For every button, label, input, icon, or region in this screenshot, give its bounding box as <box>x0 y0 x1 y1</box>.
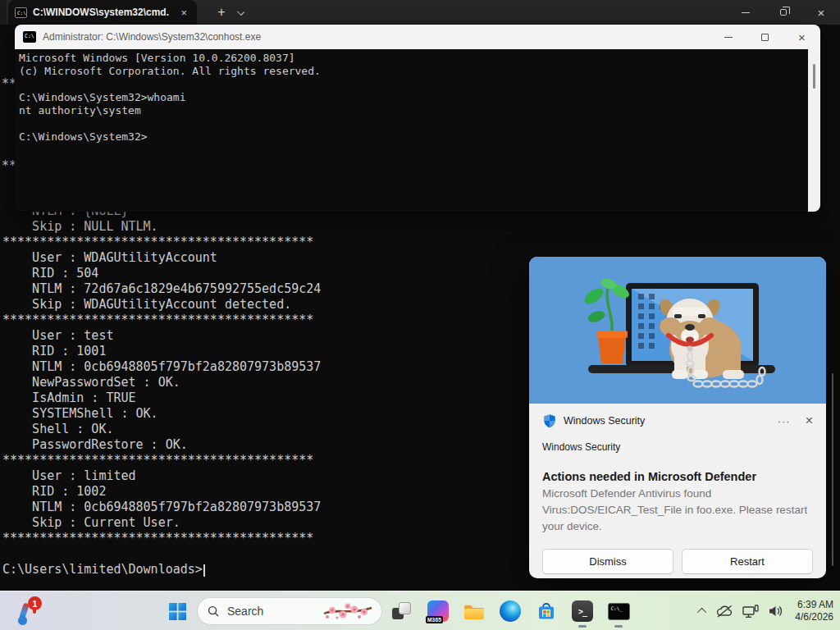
maximize-icon <box>761 34 769 41</box>
widgets-button[interactable]: 1 <box>13 595 49 628</box>
onedrive-status-button[interactable] <box>715 605 733 619</box>
notification-subtitle: Windows Security <box>542 441 813 453</box>
system-tray: 6:39 AM 4/6/2026 <box>700 593 833 629</box>
file-explorer-icon <box>463 602 485 620</box>
tray-overflow-button[interactable] <box>700 608 706 614</box>
microsoft-store-icon <box>536 601 556 621</box>
taskbar-app-edge[interactable] <box>494 593 527 629</box>
desktop: C:\ C:\WINDOWS\system32\cmd. × + × ** **… <box>0 0 840 630</box>
defender-illustration <box>529 257 826 404</box>
terminal-caret <box>203 564 205 577</box>
cmd-icon: C:\ <box>15 7 27 18</box>
restore-button[interactable] <box>765 0 802 25</box>
windows-security-shield-icon <box>542 413 557 428</box>
minimize-icon <box>724 37 733 38</box>
cherry-blossom-decoration <box>322 601 373 621</box>
m365-label: M365 <box>426 616 443 623</box>
close-icon: × <box>798 30 806 44</box>
cloud-slash-icon <box>715 605 733 619</box>
taskbar-center: Search <box>161 593 635 629</box>
restore-icon <box>780 9 787 16</box>
tray-date: 4/6/2026 <box>795 611 833 623</box>
minimize-icon <box>742 12 750 13</box>
running-indicator <box>578 625 587 628</box>
conhost-window: C:\ Administrator: C:\Windows\System32\c… <box>15 25 820 212</box>
conhost-close-button[interactable]: × <box>783 25 820 49</box>
cmd-icon: C:\ <box>23 31 36 43</box>
close-icon: × <box>818 7 825 19</box>
task-view-button[interactable] <box>386 593 418 629</box>
network-button[interactable] <box>742 605 759 619</box>
close-button[interactable]: × <box>802 0 840 25</box>
chevron-up-icon <box>697 608 706 617</box>
conhost-scrollbar-thumb[interactable] <box>813 64 815 89</box>
notification-panel: Windows Security ··· × Windows Security … <box>529 404 826 574</box>
conhost-titlebar[interactable]: C:\ Administrator: C:\Windows\System32\c… <box>15 25 820 49</box>
terminal-output: NTLM : {NULL} Skip : NULL NTLM. ********… <box>2 203 321 578</box>
chevron-down-icon <box>237 8 244 16</box>
tabbar-corner <box>0 0 7 25</box>
start-button[interactable] <box>161 593 194 629</box>
watchdog-illustration-svg <box>529 257 826 404</box>
search-box[interactable]: Search <box>197 597 382 625</box>
restart-button[interactable]: Restart <box>682 549 813 574</box>
tab-close-icon[interactable]: × <box>177 6 190 20</box>
taskbar-app-file-explorer[interactable] <box>458 593 491 629</box>
m365-copilot-icon: M365 <box>427 600 449 622</box>
volume-button[interactable] <box>768 605 783 618</box>
ethernet-icon <box>742 605 759 619</box>
speaker-icon <box>768 605 783 618</box>
taskbar-app-windows-terminal[interactable]: >_ <box>566 593 599 629</box>
taskbar-app-copilot-m365[interactable]: M365 <box>422 593 454 629</box>
task-view-icon <box>391 601 413 621</box>
conhost-scrollbar[interactable] <box>808 49 820 212</box>
search-placeholder: Search <box>227 605 263 618</box>
minimize-button[interactable] <box>727 0 765 25</box>
terminal-tab-bar: C:\ C:\WINDOWS\system32\cmd. × + × <box>0 0 840 25</box>
conhost-window-controls: × <box>710 25 820 49</box>
conhost-maximize-button[interactable] <box>746 25 783 49</box>
notification-count-badge: 1 <box>28 596 42 610</box>
running-indicator <box>614 625 623 628</box>
taskbar: 1 Search <box>0 591 840 630</box>
notification-actions: Dismiss Restart <box>542 549 813 574</box>
notification-more-icon[interactable]: ··· <box>778 415 791 427</box>
conhost-minimize-button[interactable] <box>710 25 746 49</box>
windows-terminal-icon: >_ <box>572 600 593 622</box>
conhost-body[interactable]: Microsoft Windows [Version 10.0.26200.80… <box>15 49 820 212</box>
search-icon <box>208 605 220 618</box>
weather-thermometer-bulb <box>18 616 27 625</box>
terminal-scrollbar[interactable] <box>832 373 833 566</box>
tab-cmd[interactable]: C:\ C:\WINDOWS\system32\cmd. × <box>8 0 197 25</box>
new-tab-button[interactable]: + <box>212 3 231 21</box>
windows-security-notification: Windows Security ··· × Windows Security … <box>529 257 826 578</box>
taskbar-app-cmd[interactable]: C:\_ <box>602 593 635 629</box>
tab-title: C:\WINDOWS\system32\cmd. <box>33 7 169 18</box>
dismiss-button[interactable]: Dismiss <box>542 549 673 574</box>
clock[interactable]: 6:39 AM 4/6/2026 <box>795 599 833 623</box>
windows-logo-icon <box>169 603 186 620</box>
conhost-title: Administrator: C:\Windows\System32\conho… <box>43 31 261 43</box>
notification-close-icon[interactable]: × <box>806 414 813 427</box>
edge-icon <box>500 600 521 622</box>
notification-heading: Actions needed in Microsoft Defender <box>542 470 813 483</box>
terminal-window-controls: × <box>727 0 840 25</box>
tab-dropdown-button[interactable] <box>238 9 245 16</box>
notification-body: Microsoft Defender Antivirus found Virus… <box>542 486 815 535</box>
tray-time: 6:39 AM <box>795 599 833 611</box>
notification-header: Windows Security ··· × <box>542 413 813 428</box>
taskbar-app-microsoft-store[interactable] <box>530 593 563 629</box>
notification-app-name: Windows Security <box>564 415 645 427</box>
cmd-icon: C:\_ <box>608 603 630 620</box>
conhost-output: Microsoft Windows [Version 10.0.26200.80… <box>19 52 321 144</box>
